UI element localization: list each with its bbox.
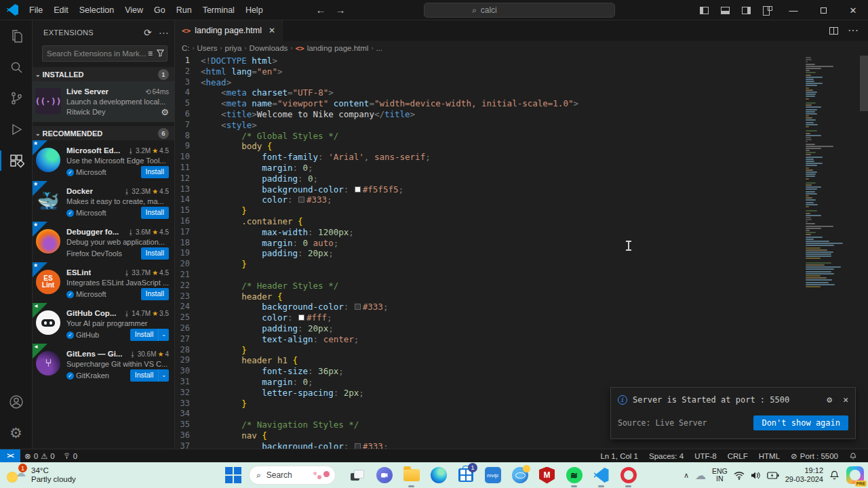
code-line[interactable]: 6 <title>Welcome to Nike company</title> bbox=[175, 109, 868, 120]
editor-more-icon[interactable]: ··· bbox=[848, 24, 859, 37]
code-line[interactable]: 31 margin: 0; bbox=[175, 377, 868, 388]
extension-github-copilot[interactable]: ◄ GitHub Cop... ⭳14.7M ★3.5 Your AI pair… bbox=[33, 303, 174, 344]
accounts-icon[interactable] bbox=[0, 386, 33, 418]
code-line[interactable]: 37 background-color: #333; bbox=[175, 441, 868, 449]
problems-status[interactable]: ⊗ 0 ⚠ 0 bbox=[20, 449, 59, 463]
spotify-button[interactable]: ≋ bbox=[565, 466, 583, 485]
weather-widget[interactable]: ☁ 1 34°C Partly cloudy bbox=[5, 466, 76, 485]
code-line[interactable]: 20 } bbox=[175, 259, 868, 270]
editor-scrollbar[interactable] bbox=[860, 56, 868, 111]
code-line[interactable]: 10 font-family: 'Arial', sans-serif; bbox=[175, 152, 868, 163]
extension-gear-icon[interactable]: ⚙ bbox=[161, 107, 169, 117]
code-line[interactable]: 23 header { bbox=[175, 291, 868, 302]
ports-status[interactable]: 0 bbox=[59, 449, 81, 463]
code-line[interactable]: 26 padding: 20px; bbox=[175, 323, 868, 334]
microsoft-store-button[interactable]: 1 bbox=[456, 466, 475, 485]
battery-icon[interactable] bbox=[767, 472, 779, 479]
notification-close-icon[interactable]: ✕ bbox=[843, 394, 848, 405]
run-debug-icon[interactable] bbox=[0, 114, 33, 145]
source-control-icon[interactable] bbox=[0, 83, 33, 114]
breadcrumb-file[interactable]: landing page.html bbox=[307, 44, 369, 52]
code-line[interactable]: 13 background-color: #f5f5f5; bbox=[175, 184, 868, 195]
tray-expand-icon[interactable]: ∧ bbox=[684, 471, 689, 480]
task-view-button[interactable] bbox=[348, 466, 366, 485]
maximize-button[interactable] bbox=[808, 0, 838, 20]
code-line[interactable]: 2<html lang="en"> bbox=[175, 66, 868, 77]
cursor-position[interactable]: Ln 1, Col 1 bbox=[595, 449, 644, 463]
encoding[interactable]: UTF-8 bbox=[689, 449, 722, 463]
remote-indicator[interactable]: >< bbox=[0, 449, 20, 463]
install-dropdown-icon[interactable]: ⌄ bbox=[158, 369, 169, 382]
code-line[interactable]: 27 text-align: center; bbox=[175, 334, 868, 345]
breadcrumb-drive[interactable]: C: bbox=[182, 44, 190, 52]
code-line[interactable]: 16 .container { bbox=[175, 216, 868, 227]
forward-icon[interactable]: → bbox=[336, 4, 346, 16]
code-line[interactable]: 5 <meta name="viewport" content="width=d… bbox=[175, 98, 868, 109]
installed-section-header[interactable]: ⌄ INSTALLED 1 bbox=[33, 67, 174, 81]
code-line[interactable]: 30 font-size: 36px; bbox=[175, 366, 868, 377]
language-indicator[interactable]: ENG IN bbox=[712, 468, 728, 483]
code-line[interactable]: 29 header h1 { bbox=[175, 355, 868, 366]
dont-show-again-button[interactable]: Don't show again bbox=[753, 415, 848, 430]
breadcrumb-symbol[interactable]: ... bbox=[376, 44, 382, 52]
command-search-box[interactable]: ⌕ calci bbox=[424, 3, 615, 18]
taskbar-search-box[interactable]: ⌕ Search bbox=[249, 466, 336, 485]
edge-button[interactable] bbox=[429, 466, 448, 485]
explorer-icon[interactable] bbox=[0, 20, 33, 52]
code-line[interactable]: 19 padding: 20px; bbox=[175, 248, 868, 259]
views-more-icon[interactable]: ··· bbox=[159, 27, 169, 38]
notifications-bell-icon[interactable] bbox=[844, 449, 863, 463]
code-line[interactable]: 3<head> bbox=[175, 77, 868, 88]
code-editor[interactable]: 1<!DOCTYPE html>2<html lang="en">3<head>… bbox=[175, 56, 868, 449]
tab-landing-page[interactable]: <> landing page.html ✕ bbox=[175, 20, 283, 41]
extension-eslint[interactable]: ★ ES Lint ESLint ⭳33.7M ★4.5 Integrates … bbox=[33, 262, 174, 303]
mvip-app-button[interactable]: mvip bbox=[484, 466, 502, 485]
copilot-button[interactable]: PRE bbox=[846, 466, 864, 485]
menu-view[interactable]: View bbox=[119, 3, 149, 18]
code-line[interactable]: 9 body { bbox=[175, 141, 868, 152]
volume-icon[interactable] bbox=[751, 471, 761, 480]
tab-close-icon[interactable]: ✕ bbox=[269, 26, 275, 35]
minimize-button[interactable]: — bbox=[778, 0, 808, 20]
install-button[interactable]: Install bbox=[141, 288, 169, 300]
extension-firefox-debugger[interactable]: ★ Debugger fo... ⭳3.6M ★4.5 Debug your w… bbox=[33, 222, 174, 262]
menu-edit[interactable]: Edit bbox=[48, 3, 74, 18]
get-help-button[interactable] bbox=[511, 466, 529, 485]
code-line[interactable]: 7 <style> bbox=[175, 120, 868, 131]
code-line[interactable]: 11 margin: 0; bbox=[175, 163, 868, 174]
breadcrumb-priya[interactable]: priya bbox=[225, 44, 242, 52]
breadcrumb-users[interactable]: Users bbox=[197, 44, 218, 52]
code-line[interactable]: 8 /* Global Styles */ bbox=[175, 131, 868, 142]
toggle-sidebar-icon[interactable] bbox=[700, 7, 709, 14]
install-button[interactable]: Install bbox=[141, 166, 169, 178]
filter-lines-icon[interactable]: ≡ bbox=[148, 49, 153, 58]
code-line[interactable]: 28 } bbox=[175, 345, 868, 356]
breadcrumb-downloads[interactable]: Downloads bbox=[249, 44, 288, 52]
live-server-port[interactable]: ⊘ Port : 5500 bbox=[785, 449, 844, 463]
onedrive-icon[interactable]: ☁ bbox=[695, 469, 706, 482]
code-line[interactable]: 25 color: #fff; bbox=[175, 312, 868, 323]
recommended-section-header[interactable]: ⌄ RECOMMENDED 6 bbox=[33, 126, 174, 140]
close-button[interactable]: ✕ bbox=[838, 0, 868, 20]
install-dropdown-icon[interactable]: ⌄ bbox=[158, 329, 169, 341]
indentation[interactable]: Spaces: 4 bbox=[644, 449, 689, 463]
toggle-secondary-sidebar-icon[interactable] bbox=[742, 7, 751, 14]
breadcrumb[interactable]: C: › Users › priya › Downloads › <> land… bbox=[175, 41, 868, 56]
mcafee-button[interactable]: M bbox=[538, 466, 556, 485]
extension-live-server[interactable]: ((·)) Live Server ⟲ 64ms Launch a develo… bbox=[33, 81, 174, 122]
code-line[interactable]: 15 } bbox=[175, 205, 868, 216]
split-editor-icon[interactable] bbox=[829, 27, 838, 35]
code-line[interactable]: 14 color: #333; bbox=[175, 195, 868, 205]
install-button[interactable]: Install bbox=[130, 329, 158, 341]
menu-help[interactable]: Help bbox=[240, 3, 269, 18]
opera-button[interactable] bbox=[619, 466, 637, 485]
settings-gear-icon[interactable]: ⚙ bbox=[0, 418, 33, 449]
notification-bell-icon[interactable] bbox=[829, 470, 840, 481]
install-button[interactable]: Install bbox=[141, 247, 169, 260]
notification-gear-icon[interactable]: ⚙ bbox=[827, 394, 832, 405]
minimap[interactable] bbox=[806, 57, 859, 290]
extension-ms-edge-tools[interactable]: ★ Microsoft Ed... ⭳3.2M ★4.5 Use the Mic… bbox=[33, 140, 174, 181]
menu-run[interactable]: Run bbox=[171, 3, 197, 18]
wifi-icon[interactable] bbox=[734, 471, 745, 480]
file-explorer-button[interactable] bbox=[402, 466, 420, 485]
